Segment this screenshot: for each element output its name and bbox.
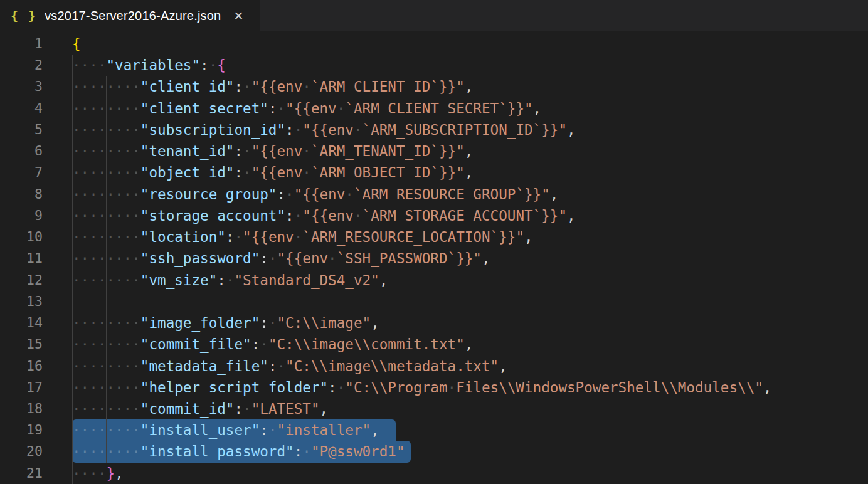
line-number[interactable]: 4 [0,98,43,119]
line-number[interactable]: 12 [0,270,43,291]
token-str: "{{env [302,208,354,224]
token-key: "client_secret" [140,100,268,117]
whitespace-dots: · [268,315,277,331]
code-line[interactable]: 19········"install_user":·"installer", [0,419,868,441]
token-pun: , [379,272,388,288]
token-str: `ARM_TENANT_ID`}}" [311,143,465,159]
code-line[interactable]: 8········"resource_group":·"{{env·`ARM_R… [0,184,868,205]
token-str: "C:\\image\\metadata.txt" [285,358,499,374]
code-line[interactable]: 13 [0,291,868,312]
code-editor[interactable]: 1{2····"variables":·{3········"client_id… [0,31,868,484]
line-number[interactable]: 21 [0,463,43,484]
code-line-content: ········"storage_account":·"{{env·`ARM_S… [72,205,576,226]
token-pun: : [260,422,268,438]
code-line[interactable]: 5········"subscription_id":·"{{env·`ARM_… [0,119,868,140]
code-line[interactable]: 20········"install_password":·"P@ssw0rd1… [0,441,868,462]
tab-close-icon[interactable]: ✕ [233,10,243,22]
line-number[interactable]: 19 [0,419,43,441]
code-line-content: ········"subscription_id":·"{{env·`ARM_S… [72,119,576,140]
line-number[interactable]: 7 [0,162,43,183]
code-line-content: ········"install_password":·"P@ssw0rd1" [72,441,411,462]
whitespace-dots: · [260,336,268,352]
token-pun: : [294,443,303,460]
token-pun: : [268,100,277,117]
token-pun: : [234,143,243,159]
line-number[interactable]: 14 [0,312,43,334]
whitespace-dots: · [328,250,337,266]
code-line[interactable]: 6········"tenant_id":·"{{env·`ARM_TENANT… [0,140,868,162]
token-pun: , [499,358,507,374]
token-b2: { [217,57,226,73]
token-str: "{{env [251,164,303,181]
token-b2: } [106,465,115,481]
code-line[interactable]: 4········"client_secret":·"{{env·`ARM_CL… [0,98,868,119]
whitespace-dots: · [226,272,235,288]
line-number[interactable]: 3 [0,76,43,97]
token-str: "{{env [277,250,328,266]
line-number[interactable]: 5 [0,119,43,140]
code-line[interactable]: 9········"storage_account":·"{{env·`ARM_… [0,205,868,226]
code-line-content: ········"tenant_id":·"{{env·`ARM_TENANT_… [72,140,473,162]
code-line[interactable]: 16········"metadata_file":·"C:\\image\\m… [0,355,868,377]
line-number[interactable]: 9 [0,205,43,226]
token-pun: : [200,57,209,73]
code-line[interactable]: 18········"commit_id":·"LATEST", [0,398,868,419]
line-number[interactable]: 13 [0,291,43,312]
whitespace-dots: · [302,443,311,460]
token-str: "{{env [302,122,354,138]
line-number[interactable]: 11 [0,248,43,269]
tab-filename: vs2017-Server2016-Azure.json [45,9,221,23]
code-line[interactable]: 17········"helper_script_folder":·"C:\\P… [0,377,868,398]
code-line[interactable]: 21····}, [0,463,868,484]
line-number[interactable]: 8 [0,184,43,205]
code-line[interactable]: 15········"commit_file":·"C:\\image\\com… [0,334,868,355]
line-number[interactable]: 20 [0,441,43,462]
line-number[interactable]: 1 [0,33,43,55]
code-line-content: ········"commit_id":·"LATEST", [72,398,328,419]
line-number[interactable]: 10 [0,226,43,248]
token-pun: : [260,250,268,266]
token-pun: : [234,164,243,181]
code-line[interactable]: 12········"vm_size":·"Standard_DS4_v2", [0,270,868,291]
code-line[interactable]: 14········"image_folder":·"C:\\image", [0,312,868,334]
token-pun: : [328,379,337,396]
token-pun: , [115,465,124,481]
code-line-content: ········"vm_size":·"Standard_DS4_v2", [72,270,388,291]
token-pun: : [226,229,235,245]
token-key: "image_folder" [140,315,260,331]
code-line[interactable]: 10········"location":·"{{env·`ARM_RESOUR… [0,226,868,248]
token-key: "location" [140,229,226,245]
indent-guide-level1 [72,55,73,484]
token-pun: , [465,78,474,95]
token-pun: , [533,100,542,117]
code-line[interactable]: 1{ [0,33,868,55]
line-number[interactable]: 15 [0,334,43,355]
token-pun: , [465,164,474,181]
token-key: "variables" [106,57,200,73]
code-line-content: ········"location":·"{{env·`ARM_RESOURCE… [72,226,533,248]
line-number[interactable]: 18 [0,398,43,419]
code-line[interactable]: 2····"variables":·{ [0,55,868,76]
line-number[interactable]: 16 [0,355,43,377]
indent-guide-level2 [106,76,107,463]
token-key: "tenant_id" [140,143,235,159]
code-line[interactable]: 3········"client_id":·"{{env·`ARM_CLIENT… [0,76,868,97]
line-number[interactable]: 2 [0,55,43,76]
line-number[interactable]: 6 [0,140,43,162]
code-line-content: { [72,33,81,55]
token-str: `ARM_CLIENT_SECRET`}}" [345,100,532,117]
whitespace-dots: · [243,78,251,95]
code-line[interactable]: 11········"ssh_password":·"{{env·`SSH_PA… [0,248,868,269]
token-key: "subscription_id" [140,122,285,138]
code-line[interactable]: 7········"object_id":·"{{env·`ARM_OBJECT… [0,162,868,183]
token-str: "{{env [251,143,303,159]
code-line-content: ········"client_id":·"{{env·`ARM_CLIENT_… [72,76,473,97]
line-number[interactable]: 17 [0,377,43,398]
code-line-content: ········"install_user":·"installer", [72,419,396,441]
token-pun: , [763,379,772,396]
token-key: "commit_id" [140,401,235,417]
token-key: "resource_group" [140,186,277,203]
token-pun: , [465,336,474,352]
tab-active-file[interactable]: { } vs2017-Server2016-Azure.json ✕ [0,0,260,31]
whitespace-dots: · [234,229,243,245]
